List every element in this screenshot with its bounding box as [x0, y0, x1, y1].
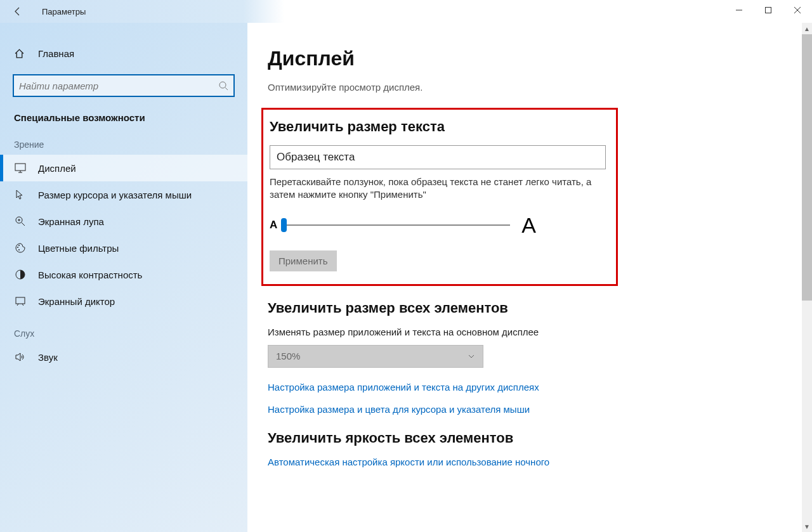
text-size-heading: Увеличить размер текста	[270, 119, 607, 135]
slider-note: Перетаскивайте ползунок, пока образец те…	[270, 176, 610, 202]
text-size-slider[interactable]	[281, 224, 510, 226]
search-input[interactable]	[19, 81, 218, 91]
scale-dropdown-value: 150%	[276, 351, 300, 361]
search-input-box[interactable]	[13, 74, 235, 97]
sidebar-section-title: Специальные возможности	[0, 106, 247, 126]
narrator-icon	[14, 295, 27, 307]
sidebar-item-label: Высокая контрастность	[38, 269, 142, 280]
svg-line-10	[22, 223, 25, 226]
maximize-button[interactable]	[754, 0, 783, 20]
everything-larger-section: Увеличить размер всех элементов Изменять…	[268, 300, 793, 415]
sidebar-item-label: Экранный диктор	[38, 296, 115, 307]
sidebar-item-label: Цветные фильтры	[38, 243, 119, 254]
page-subtitle: Оптимизируйте просмотр дисплея.	[268, 82, 793, 93]
content-pane: Дисплей Оптимизируйте просмотр дисплея. …	[247, 23, 812, 532]
scale-dropdown[interactable]: 150%	[268, 345, 483, 368]
slider-thumb[interactable]	[281, 218, 287, 232]
sidebar-item-magnifier[interactable]: Экранная лупа	[0, 208, 247, 235]
scroll-up-icon[interactable]: ▲	[802, 23, 812, 34]
sidebar-home-label: Главная	[38, 48, 74, 59]
brightness-section: Увеличить яркость всех элементов Автомат…	[268, 430, 793, 467]
text-size-slider-row: A A	[270, 213, 536, 238]
svg-rect-1	[766, 8, 771, 13]
svg-rect-6	[15, 164, 25, 171]
sidebar-item-cursor[interactable]: Размер курсора и указателя мыши	[0, 181, 247, 208]
titlebar: Параметры	[0, 0, 812, 23]
everything-desc: Изменять размер приложений и текста на о…	[268, 327, 793, 337]
apply-button[interactable]: Применить	[270, 250, 337, 271]
monitor-icon	[14, 162, 27, 174]
search-icon	[218, 81, 228, 91]
sample-text-box: Образец текста	[270, 145, 606, 169]
sidebar-group-vision: Зрение	[0, 126, 247, 155]
slider-label-small: A	[270, 219, 277, 231]
sidebar-group-hearing: Слух	[0, 315, 247, 344]
close-button[interactable]	[783, 0, 812, 20]
contrast-icon	[14, 269, 27, 280]
scrollbar-thumb[interactable]	[802, 34, 812, 301]
svg-point-14	[18, 245, 20, 246]
magnifier-icon	[14, 216, 27, 227]
palette-icon	[14, 242, 27, 254]
sidebar: Главная Специальные возможности Зрение Д…	[0, 23, 247, 532]
text-size-section-highlight: Увеличить размер текста Образец текста П…	[261, 108, 618, 286]
sidebar-item-label: Размер курсора и указателя мыши	[38, 190, 192, 200]
brightness-heading: Увеличить яркость всех элементов	[268, 430, 793, 446]
sidebar-item-label: Экранная лупа	[38, 216, 104, 227]
svg-point-15	[18, 249, 20, 250]
sidebar-item-label: Дисплей	[38, 163, 76, 174]
sidebar-item-high-contrast[interactable]: Высокая контрастность	[0, 261, 247, 288]
svg-point-13	[17, 247, 18, 248]
svg-rect-17	[16, 297, 25, 304]
chevron-down-icon	[468, 353, 475, 360]
sidebar-item-narrator[interactable]: Экранный диктор	[0, 288, 247, 315]
sidebar-home[interactable]: Главная	[0, 42, 247, 65]
sidebar-item-color-filters[interactable]: Цветные фильтры	[0, 235, 247, 261]
cursor-icon	[14, 189, 27, 200]
everything-heading: Увеличить размер всех элементов	[268, 300, 793, 316]
slider-label-big: A	[521, 213, 536, 238]
svg-point-4	[219, 82, 226, 88]
window-title: Параметры	[42, 7, 86, 16]
window-controls	[724, 0, 812, 20]
link-brightness[interactable]: Автоматическая настройка яркости или исп…	[268, 457, 793, 467]
link-cursor-size[interactable]: Настройка размера и цвета для курсора и …	[268, 404, 793, 415]
minimize-button[interactable]	[724, 0, 754, 20]
speaker-icon	[14, 351, 27, 363]
back-button[interactable]	[9, 3, 27, 20]
sidebar-item-audio[interactable]: Звук	[0, 344, 247, 370]
sidebar-item-label: Звук	[38, 352, 58, 363]
svg-line-5	[225, 88, 228, 90]
sidebar-item-display[interactable]: Дисплей	[0, 155, 247, 181]
page-heading: Дисплей	[268, 47, 793, 70]
scroll-down-icon[interactable]: ▼	[802, 521, 812, 532]
home-icon	[14, 48, 27, 59]
vertical-scrollbar[interactable]: ▲ ▼	[802, 23, 812, 532]
link-other-displays[interactable]: Настройка размера приложений и текста на…	[268, 382, 793, 393]
